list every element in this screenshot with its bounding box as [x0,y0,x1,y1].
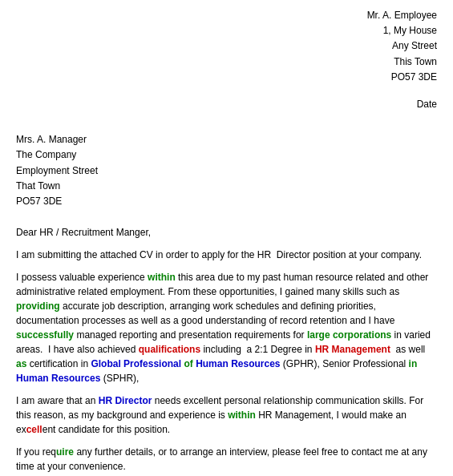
experience-paragraph: I possess valuable experience within thi… [16,270,437,385]
sender-street: Any Street [16,38,437,54]
highlight-uire: uire [56,446,74,458]
highlight-global: Global Professional [91,358,181,369]
highlight-cell: cell [26,424,42,435]
recipient-company: The Company [16,147,437,163]
intro-paragraph: I am submitting the attached CV in order… [16,248,437,262]
highlight-large: large corporations [307,329,391,341]
highlight-within: within [148,272,176,283]
sender-postcode: PO57 3DE [16,70,437,85]
highlight-hr-director: HR Director [99,395,152,406]
highlight-hr-mgmt: HR Management [315,344,390,355]
sender-name: Mr. A. Employee [16,8,437,23]
date-label: Date [16,97,437,112]
recipient-street: Employment Street [16,163,437,179]
highlight-of: of [184,358,192,369]
salutation: Dear HR / Recruitment Manger, [16,225,437,240]
highlight-in: in [409,358,418,369]
sender-town: This Town [16,54,437,70]
recipient-address: Mrs. A. Manager The Company Employment S… [16,132,437,209]
recipient-town: That Town [16,179,437,194]
sender-address: Mr. A. Employee 1, My House Any Street T… [16,8,437,85]
recipient-name: Mrs. A. Manager [16,132,437,147]
recipient-postcode: PO57 3DE [16,194,437,209]
highlight-within2: within [228,409,256,421]
highlight-providing: providing [16,301,60,312]
closing-paragraph: If you require any further details, or t… [16,445,437,474]
date-line: Date [16,97,437,112]
highlight-successfully: successfully [16,329,74,341]
highlight-as: as [16,358,26,369]
awareness-paragraph: I am aware that an HR Director needs exc… [16,393,437,437]
highlight-qualifications: qualifications [139,344,200,355]
highlight-human-res: Human Resources [196,358,280,369]
highlight-human-res2: Human Resources [16,373,100,384]
sender-house: 1, My House [16,23,437,38]
